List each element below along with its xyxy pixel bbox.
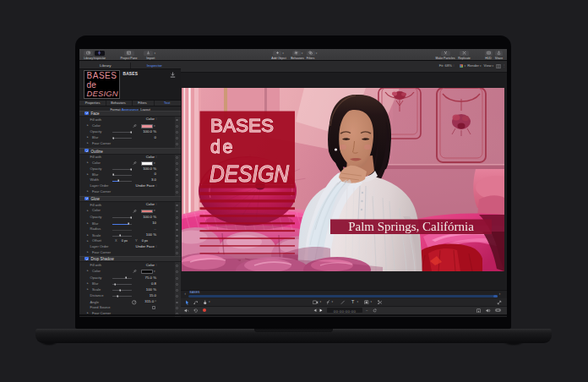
svg-text:DESIGN: DESIGN bbox=[210, 161, 289, 187]
svg-text:BASES: BASES bbox=[210, 116, 274, 136]
svg-text:de: de bbox=[210, 137, 235, 157]
svg-text:Palm Springs, Califórnia: Palm Springs, Califórnia bbox=[348, 220, 474, 233]
